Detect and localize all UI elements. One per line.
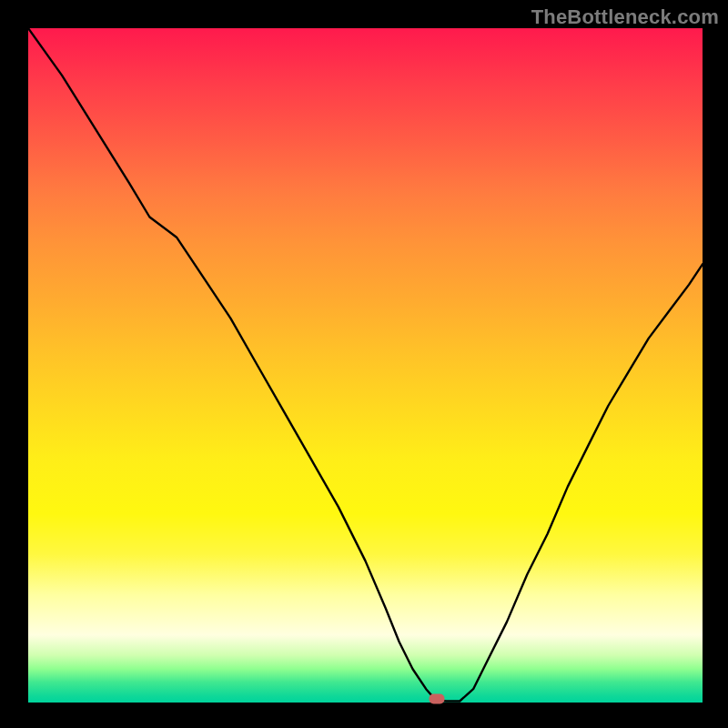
watermark-text: TheBottleneck.com	[531, 5, 719, 29]
chart-svg	[28, 28, 703, 703]
chart-plot-area	[28, 28, 703, 703]
chart-frame: TheBottleneck.com	[0, 0, 728, 728]
chart-curve	[28, 28, 703, 702]
